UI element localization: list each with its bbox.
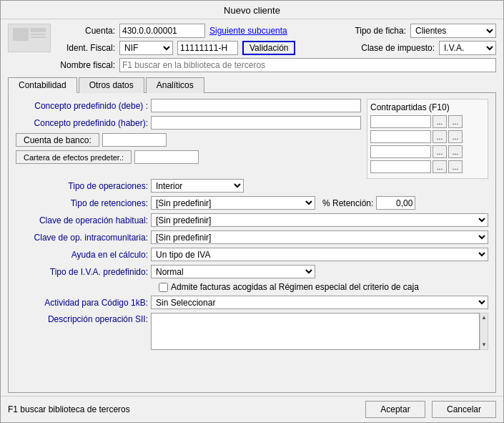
clave-operacion-select[interactable]: [Sin predefinir] <box>151 213 488 227</box>
pct-retencion-label: % Retención: <box>322 198 373 208</box>
svg-rect-2 <box>30 34 46 35</box>
contrapartida-row-3: ... ... <box>370 145 485 158</box>
tab-analiticos[interactable]: Analíticos <box>146 77 204 93</box>
clave-intracomunitaria-select[interactable]: [Sin predefinir] <box>151 230 488 244</box>
tipo-ficha-select[interactable]: Clientes <box>410 24 496 38</box>
scroll-up-arrow[interactable]: ▲ <box>480 313 488 322</box>
clave-operacion-label: Clave de operación habitual: <box>16 215 148 225</box>
tipo-operaciones-label: Tipo de operaciones: <box>16 181 148 191</box>
admite-facturas-checkbox[interactable] <box>159 283 168 292</box>
nombre-fiscal-label: Nombre fiscal: <box>58 60 115 70</box>
tipo-iva-row: Tipo de I.V.A. predefinido: Normal <box>16 265 488 278</box>
contrapartidas-panel: Contrapartidas (F10) ... ... ... ... ... <box>367 99 488 179</box>
tab-content-contabilidad: Concepto predefinido (debe) : Concepto p… <box>8 93 496 393</box>
cp-btn-4a[interactable]: ... <box>433 160 447 173</box>
bottom-bar: F1 buscar biblioteca de terceros Aceptar… <box>1 396 503 422</box>
cp-btn-3a[interactable]: ... <box>433 145 447 158</box>
window-title: Nuevo cliente <box>224 5 280 16</box>
clave-intracomunitaria-label: Clave de op. intracomunitaria: <box>16 233 148 243</box>
tipo-ficha-label: Tipo de ficha: <box>355 26 406 36</box>
ident-fiscal-select[interactable]: NIF <box>119 41 173 55</box>
actividad-select[interactable]: Sin Seleccionar <box>151 296 488 309</box>
svg-rect-0 <box>13 28 29 41</box>
tipo-retenciones-select[interactable]: [Sin predefinir] <box>151 196 315 210</box>
cuenta-banco-button[interactable]: Cuenta de banco: <box>16 133 99 147</box>
concepto-haber-row: Concepto predefinido (haber): <box>16 116 361 130</box>
contrapartida-row-2: ... ... <box>370 130 485 143</box>
logo-icon <box>11 26 47 49</box>
pct-retencion-input[interactable] <box>376 196 415 210</box>
desc-scrollbar[interactable]: ▲ ▼ <box>480 313 488 350</box>
main-window: Nuevo cliente Cuenta: Siguiente subcuent… <box>0 0 504 423</box>
ayuda-calculo-row: Ayuda en el cálculo: Un tipo de IVA <box>16 248 488 261</box>
contrapartida-row-1: ... ... <box>370 115 485 128</box>
ayuda-calculo-select[interactable]: Un tipo de IVA <box>151 248 488 261</box>
ayuda-calculo-label: Ayuda en el cálculo: <box>16 250 148 260</box>
tab-otros-datos[interactable]: Otros datos <box>79 77 144 93</box>
logo-area <box>8 24 51 52</box>
actividad-label: Actividad para Código 1kB: <box>16 298 148 308</box>
scroll-down-arrow[interactable]: ▼ <box>480 341 488 349</box>
tipo-operaciones-select[interactable]: Interior <box>151 179 244 193</box>
admite-facturas-row: Admite facturas acogidas al Régimen espe… <box>153 282 488 292</box>
contrapartidas-title: Contrapartidas (F10) <box>370 102 485 112</box>
validacion-button[interactable]: Validación <box>242 41 295 55</box>
cp-input-3[interactable] <box>370 145 431 158</box>
tipo-iva-select[interactable]: Normal <box>151 265 315 278</box>
cp-input-2[interactable] <box>370 130 431 143</box>
tipo-iva-label: Tipo de I.V.A. predefinido: <box>16 267 148 277</box>
cp-input-1[interactable] <box>370 115 431 128</box>
descripcion-row: Descripción operación SII: ▲ ▼ <box>16 313 488 350</box>
action-buttons: Aceptar Cancelar <box>361 401 496 418</box>
cartera-row: Cartera de efectos predeter.: <box>16 150 361 164</box>
cp-btn-2b[interactable]: ... <box>448 130 463 143</box>
cuenta-label: Cuenta: <box>58 26 115 36</box>
nombre-fiscal-input[interactable] <box>119 58 496 72</box>
cp-btn-4b[interactable]: ... <box>448 160 463 173</box>
cp-input-4[interactable] <box>370 160 431 173</box>
concepto-haber-input[interactable] <box>151 116 361 130</box>
cancelar-button[interactable]: Cancelar <box>432 401 496 418</box>
nombre-fiscal-row: Nombre fiscal: <box>58 58 496 72</box>
top-form-fields: Cuenta: Siguiente subcuenta Tipo de fich… <box>58 24 496 75</box>
cartera-button[interactable]: Cartera de efectos predeter.: <box>16 150 132 164</box>
cp-btn-1a[interactable]: ... <box>433 115 447 128</box>
admite-facturas-label: Admite facturas acogidas al Régimen espe… <box>171 282 419 292</box>
cuenta-banco-row: Cuenta de banco: <box>16 133 361 147</box>
aceptar-button[interactable]: Aceptar <box>365 401 425 418</box>
descripcion-label: Descripción operación SII: <box>16 313 148 324</box>
cuenta-banco-input[interactable] <box>102 133 167 147</box>
tab-bar: Contabilidad Otros datos Analíticos <box>8 77 496 93</box>
clave-operacion-row: Clave de operación habitual: [Sin predef… <box>16 213 488 227</box>
cp-btn-3b[interactable]: ... <box>448 145 463 158</box>
cp-btn-1b[interactable]: ... <box>448 115 463 128</box>
tipo-retenciones-row: Tipo de retenciones: [Sin predefinir] % … <box>16 196 488 210</box>
concepto-debe-row: Concepto predefinido (debe) : <box>16 99 361 112</box>
siguiente-subcuenta-link[interactable]: Siguiente subcuenta <box>209 26 287 36</box>
ident-fiscal-label: Ident. Fiscal: <box>58 43 115 53</box>
title-bar: Nuevo cliente <box>1 1 503 19</box>
tab-contabilidad[interactable]: Contabilidad <box>8 77 77 93</box>
ident-fiscal-row: Ident. Fiscal: NIF Validación Clase de i… <box>58 41 496 55</box>
clave-intracomunitaria-row: Clave de op. intracomunitaria: [Sin pred… <box>16 230 488 244</box>
concepto-debe-label: Concepto predefinido (debe) : <box>16 101 148 111</box>
cuenta-input[interactable] <box>119 24 205 38</box>
concepto-haber-label: Concepto predefinido (haber): <box>16 118 148 128</box>
clase-impuesto-label: Clase de impuesto: <box>361 43 435 53</box>
clase-impuesto-select[interactable]: I.V.A. <box>439 41 496 55</box>
fiscal-num-input[interactable] <box>177 41 238 55</box>
left-col: Concepto predefinido (debe) : Concepto p… <box>16 99 361 179</box>
svg-rect-1 <box>30 28 46 32</box>
cp-btn-2a[interactable]: ... <box>433 130 447 143</box>
tipo-retenciones-label: Tipo de retenciones: <box>16 198 148 208</box>
bottom-hint: F1 buscar biblioteca de terceros <box>8 404 130 414</box>
concepto-debe-input[interactable] <box>151 99 361 112</box>
two-col-layout: Concepto predefinido (debe) : Concepto p… <box>16 99 488 179</box>
svg-rect-3 <box>30 37 46 38</box>
main-content: Contabilidad Otros datos Analíticos Conc… <box>1 77 503 396</box>
descripcion-textarea[interactable] <box>151 313 480 350</box>
contrapartida-row-4: ... ... <box>370 160 485 173</box>
actividad-row: Actividad para Código 1kB: Sin Seleccion… <box>16 296 488 309</box>
tipo-operaciones-row: Tipo de operaciones: Interior <box>16 179 488 193</box>
cartera-input[interactable] <box>134 150 199 164</box>
